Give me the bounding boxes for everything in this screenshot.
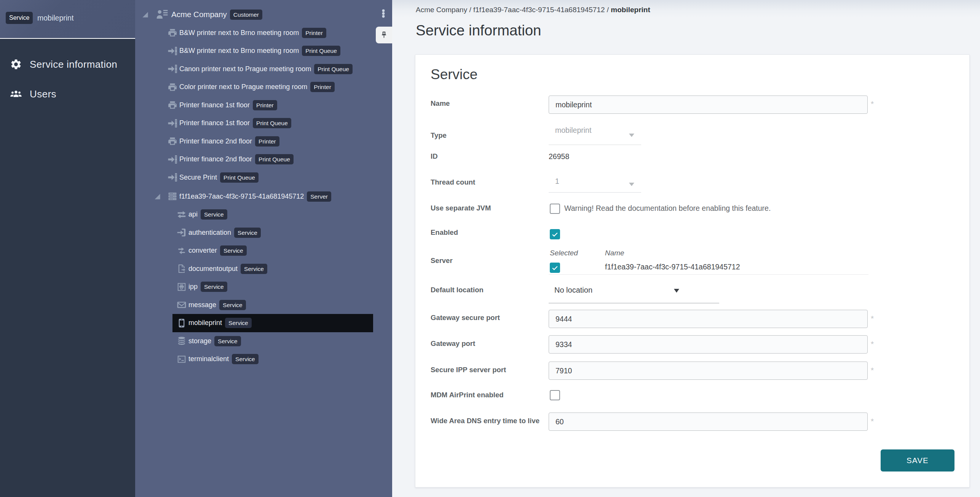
- wide-area-dns-input[interactable]: [549, 413, 868, 431]
- node-type-badge: Print Queue: [253, 118, 291, 128]
- mdm-airprint-checkbox[interactable]: [550, 390, 560, 400]
- sidebar-item-label: Service information: [30, 59, 117, 70]
- tree-node-printer[interactable]: Printer finance 2nd floor Printer: [168, 132, 279, 150]
- server-checkbox[interactable]: [550, 263, 560, 273]
- node-type-badge: Service: [220, 245, 247, 256]
- node-type-badge: Service: [241, 264, 267, 274]
- node-type-badge: Service: [225, 318, 252, 328]
- required-asterisk: *: [871, 366, 874, 375]
- print-queue-icon: [168, 46, 177, 56]
- printer-icon: [168, 82, 177, 92]
- required-asterisk: *: [871, 314, 874, 323]
- terminalclient-icon: [177, 354, 187, 364]
- section-title: Service: [431, 67, 477, 83]
- breadcrumb-customer[interactable]: Acme Company: [416, 6, 467, 14]
- type-label: Type: [431, 131, 447, 140]
- server-row-divider: [549, 274, 868, 275]
- gateway-secure-port-input[interactable]: [549, 310, 868, 328]
- kebab-menu-icon[interactable]: [381, 9, 386, 21]
- node-type-badge: Service: [201, 209, 227, 220]
- tree-node-service-converter[interactable]: converter Service: [177, 242, 247, 260]
- sidebar: Service mobileprint Service information …: [0, 0, 135, 497]
- page-title: Service information: [416, 22, 541, 39]
- authentication-icon: [177, 228, 187, 237]
- required-asterisk: *: [871, 417, 874, 426]
- node-type-badge: Customer: [230, 10, 262, 20]
- gateway-secure-port-label: Gateway secure port: [431, 314, 500, 322]
- enabled-checkbox[interactable]: [550, 229, 560, 239]
- tree-node-customer[interactable]: Acme Company Customer: [142, 5, 262, 24]
- tree-node-print-queue[interactable]: Printer finance 2nd floor Print Queue: [168, 150, 294, 169]
- node-type-badge: Print Queue: [302, 46, 340, 56]
- entity-type-badge: Service: [6, 12, 33, 24]
- tree-node-service-mobileprint[interactable]: mobileprint Service: [172, 314, 373, 332]
- message-icon: [177, 300, 187, 310]
- breadcrumb-current: mobileprint: [611, 6, 650, 14]
- converter-icon: [177, 246, 187, 256]
- node-type-badge: Service: [232, 354, 259, 364]
- collapse-arrow-icon[interactable]: [154, 193, 161, 200]
- print-queue-icon: [168, 172, 177, 182]
- tree-node-service-message[interactable]: message Service: [177, 296, 246, 314]
- secure-ipp-server-port-input[interactable]: [549, 362, 868, 380]
- server-name-value: f1f1ea39-7aac-4f3c-9715-41a681945712: [605, 263, 740, 271]
- ipp-icon: [177, 282, 187, 292]
- storage-icon: [177, 336, 187, 346]
- node-type-badge: Printer: [302, 28, 326, 38]
- tree-node-service-terminalclient[interactable]: terminalclient Service: [177, 350, 259, 368]
- sidebar-item-users[interactable]: Users: [0, 83, 135, 105]
- pin-button[interactable]: [376, 27, 392, 43]
- node-type-badge: Print Queue: [255, 154, 294, 164]
- tree-node-print-queue[interactable]: Canon printer next to Prague meeting roo…: [168, 60, 353, 78]
- id-value: 26958: [549, 152, 569, 161]
- users-icon: [10, 88, 22, 100]
- breadcrumb: Acme Company / f1f1ea39-7aac-4f3c-9715-4…: [416, 6, 650, 14]
- tree-node-service-documentoutput[interactable]: documentoutput Service: [177, 260, 267, 278]
- print-queue-icon: [168, 155, 177, 164]
- name-input[interactable]: [549, 96, 868, 114]
- tree-node-print-queue[interactable]: Printer finance 1st floor Print Queue: [168, 114, 291, 132]
- node-type-badge: Server: [307, 191, 331, 202]
- tree-node-print-queue[interactable]: B&W printer next to Brno meeting room Pr…: [168, 42, 340, 60]
- gear-icon: [10, 58, 22, 70]
- thread-count-select[interactable]: 1: [549, 174, 641, 193]
- printer-icon: [168, 100, 177, 110]
- server-col-name: Name: [605, 249, 624, 257]
- tree-node-service-storage[interactable]: storage Service: [177, 332, 241, 350]
- save-button[interactable]: SAVE: [881, 449, 954, 472]
- tree-node-printer[interactable]: Printer finance 1st floor Printer: [168, 96, 277, 114]
- required-asterisk: *: [871, 99, 874, 108]
- thread-count-label: Thread count: [431, 178, 475, 186]
- breadcrumb-server[interactable]: f1f1ea39-7aac-4f3c-9715-41a681945712: [473, 6, 605, 14]
- application-window: Service mobileprint Service information …: [0, 0, 980, 497]
- api-icon: [177, 210, 187, 220]
- collapse-arrow-icon[interactable]: [142, 11, 149, 18]
- node-type-badge: Print Queue: [314, 64, 353, 74]
- name-label: Name: [431, 99, 450, 108]
- node-type-badge: Service: [219, 300, 246, 310]
- node-type-badge: Service: [201, 282, 227, 292]
- content-area: Acme Company / f1f1ea39-7aac-4f3c-9715-4…: [392, 0, 980, 497]
- node-type-badge: Printer: [310, 82, 335, 92]
- node-type-badge: Service: [234, 228, 261, 238]
- node-type-badge: Printer: [253, 100, 277, 110]
- tree-node-printer[interactable]: Color printer next to Prague meeting roo…: [168, 78, 335, 96]
- sidebar-item-service-information[interactable]: Service information: [0, 53, 135, 76]
- node-type-badge: Printer: [255, 136, 279, 147]
- enabled-label: Enabled: [431, 228, 458, 237]
- tree-node-service-api[interactable]: api Service: [177, 205, 227, 224]
- tree-node-server[interactable]: f1f1ea39-7aac-4f3c-9715-41a681945712 Ser…: [154, 187, 331, 205]
- tree-node-service-ipp[interactable]: ipp Service: [177, 278, 227, 296]
- dropdown-caret-icon: [629, 134, 634, 137]
- gateway-port-input[interactable]: [549, 335, 868, 354]
- entity-title: mobileprint: [37, 12, 73, 24]
- use-separate-jvm-checkbox[interactable]: [550, 204, 560, 214]
- tree-node-service-authentication[interactable]: authentication Service: [177, 223, 261, 242]
- documentoutput-icon: [177, 264, 187, 274]
- id-label: ID: [431, 152, 438, 161]
- type-select[interactable]: mobileprint: [549, 123, 641, 145]
- dropdown-caret-icon: [629, 183, 634, 186]
- tree-node-print-queue[interactable]: Secure Print Print Queue: [168, 168, 259, 186]
- tree-node-printer[interactable]: B&W printer next to Brno meeting room Pr…: [168, 24, 326, 42]
- gateway-port-label: Gateway port: [431, 339, 475, 348]
